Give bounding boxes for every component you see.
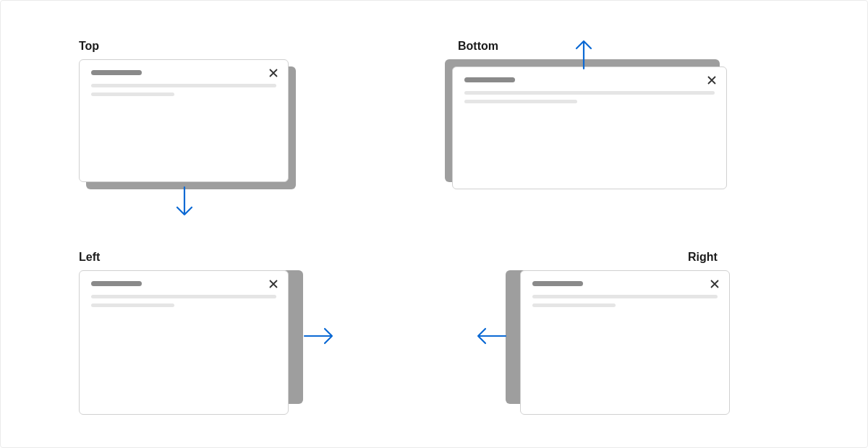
diagram-frame: Top Bottom Left Right <box>0 0 868 448</box>
label-top: Top <box>79 40 99 53</box>
arrow-right-icon <box>303 326 336 346</box>
card-text-line <box>91 303 174 307</box>
arrow-up-icon <box>574 37 594 70</box>
label-left: Left <box>79 251 100 264</box>
card-text-line <box>532 303 616 307</box>
card-text-line <box>464 91 715 95</box>
label-bottom: Bottom <box>458 40 498 53</box>
card-bottom <box>452 66 727 189</box>
arrow-down-icon <box>174 186 195 219</box>
label-right: Right <box>688 251 718 264</box>
card-title-placeholder <box>91 70 142 75</box>
close-icon[interactable] <box>268 67 279 79</box>
arrow-left-icon <box>474 326 507 346</box>
card-right <box>520 270 730 415</box>
card-left <box>79 270 289 415</box>
card-title-placeholder <box>464 77 515 82</box>
card-title-placeholder <box>91 281 142 286</box>
card-text-line <box>91 92 174 96</box>
card-text-line <box>532 295 718 298</box>
close-icon[interactable] <box>268 278 279 290</box>
card-title-placeholder <box>532 281 583 286</box>
close-icon[interactable] <box>709 278 720 290</box>
card-top <box>79 59 289 182</box>
card-text-line <box>464 100 577 103</box>
card-text-line <box>91 84 276 87</box>
card-text-line <box>91 295 276 298</box>
close-icon[interactable] <box>706 74 718 86</box>
